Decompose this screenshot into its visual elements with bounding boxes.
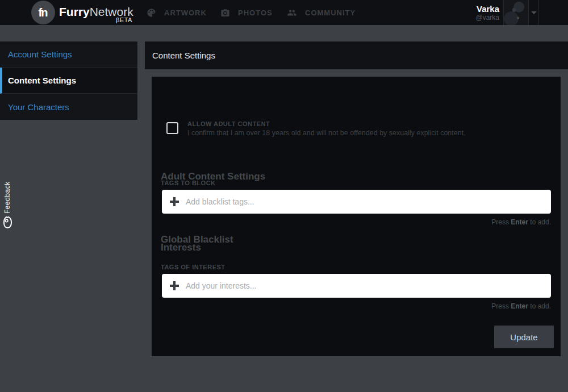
allow-adult-content-label[interactable]: ALLOW ADULT CONTENT — [187, 120, 270, 127]
settings-panel: Adult Content Settings ALLOW ADULT CONTE… — [152, 77, 561, 356]
chevron-down-icon — [531, 11, 537, 14]
user-avatar[interactable] — [504, 0, 528, 25]
nav-item-label: PHOTOS — [238, 9, 273, 17]
feedback-tab[interactable]: Feedback — [1, 180, 14, 232]
user-name: Varka — [477, 4, 499, 14]
beta-tag: βETA — [116, 16, 134, 23]
camera-icon — [220, 8, 230, 18]
allow-adult-content-description: I confirm that I am over 18 years old an… — [187, 129, 466, 137]
nav-item-artwork[interactable]: ARTWORK — [147, 0, 207, 25]
tags-of-interest-label: TAGS OF INTEREST — [161, 264, 225, 270]
user-menu-toggle[interactable] — [529, 0, 538, 25]
interests-enter-hint: Press Enter to add. — [491, 302, 551, 310]
interests-input-wrap — [162, 274, 551, 298]
nav-item-label: COMMUNITY — [305, 9, 356, 17]
nav-item-community[interactable]: COMMUNITY — [287, 0, 356, 25]
blacklist-input-wrap — [162, 190, 551, 214]
user-handle: @varka — [475, 14, 499, 22]
enter-key-text: Enter — [511, 302, 528, 310]
avatar-cell — [503, 0, 529, 25]
fn-logo-icon: fn — [31, 1, 55, 24]
palette-icon — [147, 8, 156, 18]
brand-bold: Furry — [59, 5, 90, 18]
blacklist-tags-input[interactable] — [162, 190, 551, 214]
enter-key-text: Enter — [511, 218, 528, 226]
sidebar-item-content-settings[interactable]: Content Settings — [0, 68, 137, 94]
allow-adult-content-checkbox[interactable] — [166, 122, 178, 134]
settings-sidebar: Account Settings Content Settings Your C… — [0, 41, 137, 120]
sidebar-item-your-characters[interactable]: Your Characters — [0, 94, 137, 120]
nav-item-photos[interactable]: PHOTOS — [220, 0, 273, 25]
home-logo-link[interactable]: fn — [31, 1, 55, 24]
blacklist-enter-hint: Press Enter to add. — [491, 218, 551, 226]
feedback-label: Feedback — [3, 180, 11, 214]
sidebar-item-account-settings[interactable]: Account Settings — [0, 41, 137, 68]
user-names: Varka @varka — [475, 0, 503, 25]
user-menu[interactable]: Varka @varka — [475, 0, 568, 25]
interest-tags-input[interactable] — [162, 274, 551, 298]
content-header: Content Settings — [145, 41, 568, 69]
topbar-end-spacer — [538, 0, 568, 25]
owl-icon — [3, 216, 12, 232]
update-button[interactable]: Update — [494, 326, 554, 348]
nav-item-label: ARTWORK — [164, 9, 207, 17]
tags-to-block-label: TAGS TO BLOCK — [161, 180, 216, 186]
topbar: fn FurryNetwork βETA ARTWORK PHOTOS COMM… — [0, 0, 568, 25]
section-title-interests: Interests — [161, 242, 201, 253]
page-title: Content Settings — [152, 51, 215, 60]
people-icon — [287, 8, 297, 18]
